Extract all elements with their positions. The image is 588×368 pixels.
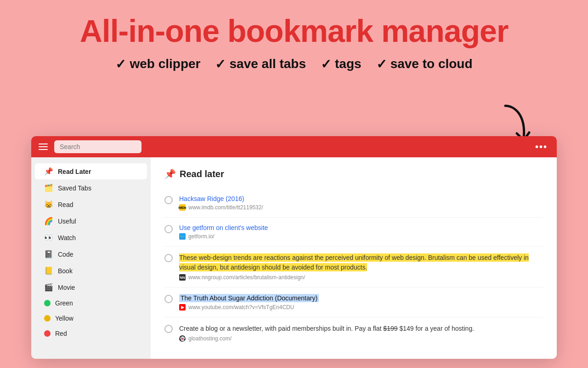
- hero-features: ✓ web clipper ✓ save all tabs ✓ tags ✓ s…: [9, 57, 579, 72]
- app-window: ••• 📌 Read Later 🗂️ Saved Tabs 😸 Read 🌈 …: [31, 136, 557, 359]
- bookmark-url-ghost: gloathosting.com/: [188, 335, 232, 342]
- radio-sugar[interactable]: [164, 295, 173, 303]
- feature-label-save-to-cloud: save to cloud: [390, 57, 473, 71]
- bookmark-url-row-brutalism: NN www.nngroup.com/articles/brutalism-an…: [179, 274, 543, 281]
- sidebar-item-yellow[interactable]: Yellow: [35, 311, 147, 326]
- bookmark-title-hacksaw[interactable]: Hacksaw Ridge (2016): [179, 195, 543, 202]
- favicon-youtube: ▶: [179, 304, 186, 310]
- bookmark-url-brutalism: www.nngroup.com/articles/brutalism-antid…: [188, 274, 305, 281]
- feature-tags: ✓ tags: [321, 57, 362, 72]
- sidebar-item-label-read-later: Read Later: [58, 168, 91, 175]
- sidebar-item-saved-tabs[interactable]: 🗂️ Saved Tabs: [35, 180, 147, 196]
- bookmark-title-getform[interactable]: Use getform on client's website: [179, 224, 543, 231]
- hamburger-line-2: [39, 146, 48, 147]
- code-emoji: 📓: [44, 250, 53, 259]
- checkmark-icon-4: ✓: [376, 57, 387, 72]
- hamburger-line-3: [39, 149, 48, 150]
- bookmark-item-brutalism: These web-design trends are reactions ag…: [164, 247, 543, 288]
- sidebar-item-label-red: Red: [55, 330, 67, 337]
- checkmark-icon: ✓: [115, 57, 126, 72]
- feature-web-clipper: ✓ web clipper: [115, 57, 200, 72]
- sidebar-item-label-read: Read: [58, 201, 73, 208]
- sidebar-item-label-yellow: Yellow: [55, 315, 74, 322]
- radio-hacksaw[interactable]: [164, 196, 173, 204]
- sidebar-item-watch[interactable]: 👀 Watch: [35, 230, 147, 246]
- bookmark-item-ghost: Create a blog or a newsletter, with paid…: [164, 317, 543, 348]
- radio-getform[interactable]: [164, 225, 173, 233]
- bookmark-description-ghost: Create a blog or a newsletter, with paid…: [179, 324, 543, 334]
- green-color-dot: [44, 300, 51, 306]
- more-button[interactable]: •••: [531, 140, 551, 154]
- sidebar-item-code[interactable]: 📓 Code: [35, 246, 147, 262]
- bookmark-url-sugar: www.youtube.com/watch?v=VfsTgEn4CDU: [188, 304, 294, 310]
- radio-brutalism[interactable]: [164, 254, 173, 262]
- sidebar-item-read[interactable]: 😸 Read: [35, 196, 147, 213]
- sidebar-item-label-saved-tabs: Saved Tabs: [58, 184, 91, 192]
- saved-tabs-emoji: 🗂️: [44, 184, 53, 192]
- bookmark-url-row-ghost: 👻 gloathosting.com/: [179, 335, 543, 342]
- bookmark-list: Hacksaw Ridge (2016) IMDb www.imdb.com/t…: [164, 189, 543, 348]
- panel-title-text: Read later: [180, 169, 224, 179]
- checkmark-icon-2: ✓: [215, 57, 226, 72]
- red-color-dot: [44, 330, 51, 337]
- feature-label-web-clipper: web clipper: [130, 57, 200, 71]
- feature-label-tags: tags: [335, 57, 362, 71]
- sidebar-item-label-movie: Movie: [58, 284, 75, 291]
- watch-emoji: 👀: [44, 233, 53, 242]
- feature-label-save-all-tabs: save all tabs: [229, 57, 306, 71]
- bookmark-item-hacksaw: Hacksaw Ridge (2016) IMDb www.imdb.com/t…: [164, 189, 543, 218]
- sidebar-item-movie[interactable]: 🎬 Movie: [35, 279, 147, 295]
- favicon-ghost: 👻: [179, 335, 186, 342]
- checkmark-icon-3: ✓: [321, 57, 331, 72]
- book-emoji: 📒: [44, 266, 53, 275]
- toolbar: •••: [31, 136, 557, 157]
- main-content: 📌 Read Later 🗂️ Saved Tabs 😸 Read 🌈 Usef…: [31, 157, 557, 359]
- content-panel: 📌 Read later Hacksaw Ridge (2016) IMDb w…: [151, 157, 557, 359]
- favicon-nn: NN: [179, 274, 186, 281]
- highlight-brutalism: These web-design trends are reactions ag…: [179, 253, 529, 271]
- sidebar-item-label-green: Green: [55, 299, 73, 307]
- favicon-twitter: 🐦: [179, 233, 186, 240]
- sidebar-item-label-useful: Useful: [58, 218, 76, 225]
- hamburger-line-1: [39, 144, 48, 144]
- movie-emoji: 🎬: [44, 283, 53, 292]
- bookmark-item-sugar: The Truth About Sugar Addiction (Documen…: [164, 288, 543, 317]
- bookmark-url-row-hacksaw: IMDb www.imdb.com/title/tt2119532/: [179, 204, 543, 211]
- search-input[interactable]: [54, 140, 141, 153]
- sidebar-item-useful[interactable]: 🌈 Useful: [35, 213, 147, 229]
- sidebar-item-book[interactable]: 📒 Book: [35, 263, 147, 279]
- yellow-color-dot: [44, 315, 51, 322]
- favicon-imdb: IMDb: [179, 204, 186, 211]
- hero-title: All-in-one bookmark manager: [9, 14, 579, 48]
- sidebar: 📌 Read Later 🗂️ Saved Tabs 😸 Read 🌈 Usef…: [31, 157, 151, 359]
- panel-title: 📌 Read later: [164, 168, 543, 179]
- bookmark-url-row-sugar: ▶ www.youtube.com/watch?v=VfsTgEn4CDU: [179, 304, 543, 310]
- bookmark-content-sugar: The Truth About Sugar Addiction (Documen…: [179, 294, 543, 310]
- panel-title-emoji: 📌: [164, 168, 176, 179]
- sidebar-item-red[interactable]: Red: [35, 326, 147, 341]
- bookmark-title-sugar[interactable]: The Truth About Sugar Addiction (Documen…: [179, 294, 319, 302]
- sidebar-item-label-book: Book: [58, 267, 73, 275]
- hamburger-button[interactable]: [37, 142, 50, 152]
- read-later-emoji: 📌: [44, 167, 53, 176]
- bookmark-url-getform: getform.io/: [188, 233, 215, 240]
- read-emoji: 😸: [44, 200, 53, 209]
- feature-save-to-cloud: ✓ save to cloud: [376, 57, 473, 72]
- bookmark-content-hacksaw: Hacksaw Ridge (2016) IMDb www.imdb.com/t…: [179, 195, 543, 211]
- sidebar-item-label-code: Code: [58, 251, 73, 258]
- sidebar-item-read-later[interactable]: 📌 Read Later: [35, 163, 147, 179]
- bookmark-item-getform: Use getform on client's website 🐦 getfor…: [164, 218, 543, 247]
- radio-ghost[interactable]: [164, 325, 173, 333]
- bookmark-content-brutalism: These web-design trends are reactions ag…: [179, 253, 543, 281]
- bookmark-url-hacksaw: www.imdb.com/title/tt2119532/: [188, 204, 263, 211]
- hero-section: All-in-one bookmark manager ✓ web clippe…: [0, 0, 588, 81]
- useful-emoji: 🌈: [44, 217, 53, 225]
- bookmark-description-brutalism: These web-design trends are reactions ag…: [179, 253, 543, 272]
- bookmark-content-getform: Use getform on client's website 🐦 getfor…: [179, 224, 543, 240]
- sidebar-item-green[interactable]: Green: [35, 296, 147, 310]
- bookmark-content-ghost: Create a blog or a newsletter, with paid…: [179, 324, 543, 342]
- feature-save-all-tabs: ✓ save all tabs: [215, 57, 306, 72]
- sidebar-item-label-watch: Watch: [58, 234, 76, 242]
- bookmark-url-row-getform: 🐦 getform.io/: [179, 233, 543, 240]
